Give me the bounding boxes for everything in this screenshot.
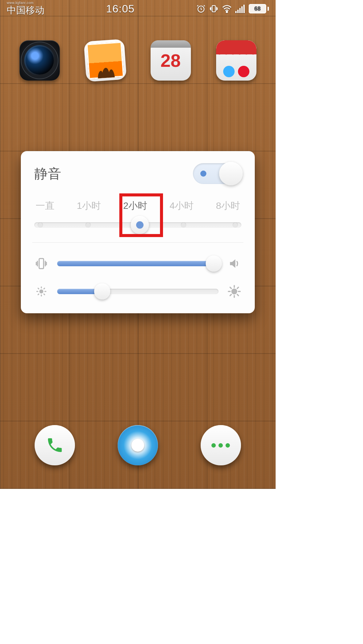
brightness-high-icon (227, 284, 241, 298)
duration-track[interactable] (34, 222, 241, 228)
gallery-app-icon[interactable] (83, 39, 126, 82)
speaker-icon (227, 257, 241, 270)
volume-thumb[interactable] (206, 256, 222, 272)
svg-rect-3 (235, 11, 237, 13)
duration-option-4[interactable]: 8小时 (216, 199, 240, 212)
svg-point-10 (232, 289, 237, 294)
home-app-row: 28 (0, 35, 276, 86)
app-store-icon[interactable] (216, 40, 256, 81)
svg-rect-5 (239, 8, 241, 13)
svg-rect-7 (243, 5, 245, 13)
brightness-low-icon (34, 285, 48, 297)
duration-stepper[interactable]: 一直 1小时 2小时 4小时 8小时 (34, 199, 241, 228)
gallery-silhouette (93, 62, 118, 79)
calendar-app-icon[interactable]: 28 (151, 40, 191, 81)
battery-indicator: 68 (249, 4, 269, 13)
dock (0, 422, 276, 469)
vibrate-phone-icon (34, 257, 48, 270)
vibrate-icon (209, 4, 218, 13)
svg-rect-6 (241, 6, 243, 13)
phone-button[interactable] (35, 425, 75, 465)
clock: 16:05 (106, 3, 134, 15)
svg-point-2 (226, 11, 228, 12)
watermark-text: www.kgfanr.com (7, 1, 34, 5)
duration-option-1[interactable]: 1小时 (77, 199, 101, 212)
duration-option-0[interactable]: 一直 (36, 199, 54, 212)
alarm-icon (196, 4, 206, 13)
duration-thumb[interactable] (131, 216, 149, 234)
silent-toggle[interactable] (193, 163, 241, 184)
volume-row (34, 257, 241, 270)
duration-option-3[interactable]: 4小时 (169, 199, 194, 212)
battery-percent: 68 (254, 5, 261, 12)
brightness-thumb[interactable] (94, 283, 110, 300)
launcher-button[interactable] (118, 425, 158, 465)
calendar-day: 28 (160, 50, 180, 71)
wifi-icon (222, 4, 232, 13)
panel-title: 静音 (34, 165, 61, 183)
launcher-icon (131, 439, 144, 452)
status-bar: www.kgfanr.com 中国移动 16:05 68 (0, 0, 276, 17)
svg-rect-8 (39, 259, 43, 269)
carrier-label: 中国移动 (7, 4, 44, 17)
duration-option-2[interactable]: 2小时 (123, 199, 147, 212)
divider (32, 242, 243, 243)
svg-rect-1 (212, 6, 215, 12)
svg-point-9 (40, 290, 43, 293)
brightness-slider[interactable] (57, 289, 218, 294)
messages-button[interactable] (201, 425, 241, 465)
messages-icon (211, 443, 230, 448)
volume-slider[interactable] (57, 261, 218, 266)
brightness-row (34, 284, 241, 298)
camera-app-icon[interactable] (19, 40, 60, 81)
signal-icon (235, 4, 245, 13)
phone-icon (46, 436, 64, 454)
silent-mode-panel: 静音 一直 1小时 2小时 4小时 8小时 (21, 151, 255, 313)
svg-rect-4 (237, 10, 239, 13)
